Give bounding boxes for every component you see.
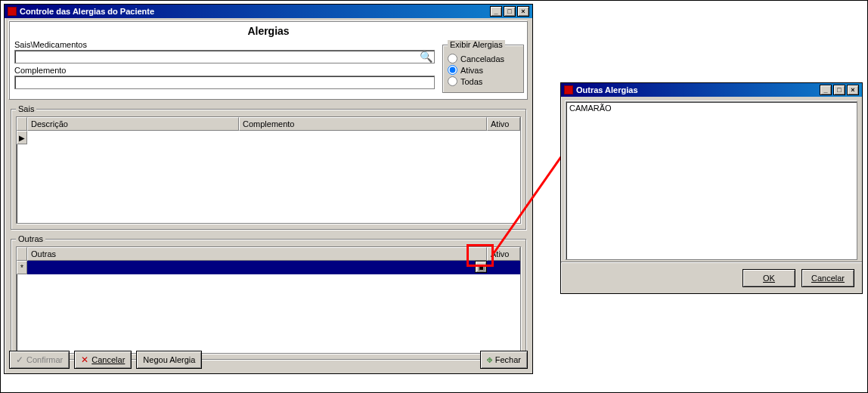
dialog-minimize-button[interactable]: _ [820, 85, 832, 95]
dialog-close-button[interactable]: × [847, 85, 859, 95]
cancelar-button[interactable]: ✕Cancelar [74, 351, 132, 369]
row-marker: ▶ [17, 131, 27, 144]
top-panel: Alergias Sais\Medicamentos 🔍 Complemento… [9, 21, 528, 100]
row-marker-star: * [17, 261, 27, 274]
col-outras[interactable]: Outras [27, 247, 487, 261]
outras-group: Outras Outras Ativo * ▣ [11, 234, 526, 360]
outras-cell[interactable]: ▣ [27, 261, 487, 274]
radio-canceladas-label: Canceladas [460, 54, 504, 63]
outras-alergias-textarea[interactable] [566, 101, 857, 260]
sais-input[interactable] [14, 50, 435, 63]
dialog-app-icon [564, 85, 573, 94]
sais-group-legend: Sais [16, 104, 36, 113]
dialog-maximize-button[interactable]: □ [833, 85, 845, 95]
radio-todas-label: Todas [460, 77, 482, 86]
exit-icon: ⎆ [487, 354, 492, 365]
grid-corner [17, 117, 27, 131]
fechar-label: Fechar [495, 355, 521, 364]
outras-grid[interactable]: Outras Ativo * ▣ [16, 246, 521, 354]
open-outras-dialog-button[interactable]: ▣ [475, 261, 487, 273]
outras-grid-header: Outras Ativo [17, 247, 520, 261]
negou-label: Negou Alergia [143, 355, 195, 364]
negou-alergia-button[interactable]: Negou Alergia [136, 351, 202, 369]
grid-corner-outras [17, 247, 27, 261]
col-complemento[interactable]: Complemento [239, 117, 487, 131]
col-ativo-sais[interactable]: Ativo [487, 117, 520, 131]
sais-grid-header: Descrição Complemento Ativo [17, 117, 520, 131]
sais-label: Sais\Medicamentos [14, 40, 435, 49]
search-icon[interactable]: 🔍 [420, 51, 432, 63]
dialog-button-bar: OK Cancelar [561, 262, 862, 293]
footer-bar: ✓Confirmar ✕Cancelar Negou Alergia ⎆Fech… [9, 351, 528, 369]
close-button[interactable]: × [517, 6, 529, 17]
confirmar-label: Confirmar [26, 355, 63, 364]
dialog-cancelar-label: Cancelar [811, 274, 845, 283]
dialog-cancelar-button[interactable]: Cancelar [801, 269, 854, 287]
outras-grid-body: * ▣ [17, 261, 520, 274]
col-ativo-outras[interactable]: Ativo [487, 247, 520, 261]
sais-group: Sais Descrição Complemento Ativo ▶ [11, 104, 526, 230]
main-titlebar: Controle das Alergias do Paciente _ □ × [5, 5, 532, 18]
confirmar-button[interactable]: ✓Confirmar [9, 351, 70, 369]
col-descricao[interactable]: Descrição [27, 117, 239, 131]
radio-canceladas[interactable]: Canceladas [448, 54, 519, 63]
complemento-top-label: Complemento [14, 66, 435, 75]
radio-ativas[interactable]: Ativas [448, 65, 519, 75]
maximize-button[interactable]: □ [504, 6, 516, 17]
dialog-window: Outras Alergias _ □ × OK Cancelar [560, 82, 863, 294]
exibir-group: Exibir Alergias Canceladas Ativas Todas [442, 40, 524, 93]
check-icon: ✓ [16, 354, 23, 365]
dialog-titlebar: Outras Alergias _ □ × [561, 83, 862, 97]
sais-grid-body: ▶ [17, 131, 520, 144]
main-title: Controle das Alergias do Paciente [20, 7, 154, 16]
empty-row[interactable] [27, 131, 520, 144]
radio-ativas-label: Ativas [460, 66, 483, 75]
main-window: Controle das Alergias do Paciente _ □ × … [4, 4, 533, 374]
radio-todas[interactable]: Todas [448, 76, 519, 86]
exibir-legend: Exibir Alergias [448, 40, 505, 49]
cancelar-label: Cancelar [91, 355, 125, 364]
complemento-top-input[interactable] [14, 76, 435, 89]
dialog-title: Outras Alergias [576, 85, 638, 94]
dialog-ok-button[interactable]: OK [742, 269, 795, 287]
cancel-icon: ✕ [81, 354, 88, 365]
app-icon [8, 7, 17, 16]
outras-group-legend: Outras [16, 234, 45, 243]
dialog-ok-label: OK [763, 274, 775, 283]
sais-grid[interactable]: Descrição Complemento Ativo ▶ [16, 116, 521, 224]
outras-selected-row[interactable]: * ▣ [17, 261, 520, 274]
fechar-button[interactable]: ⎆Fechar [480, 351, 528, 369]
minimize-button[interactable]: _ [490, 6, 502, 17]
outras-ativo-cell[interactable] [487, 261, 520, 274]
section-title: Alergias [10, 22, 527, 40]
